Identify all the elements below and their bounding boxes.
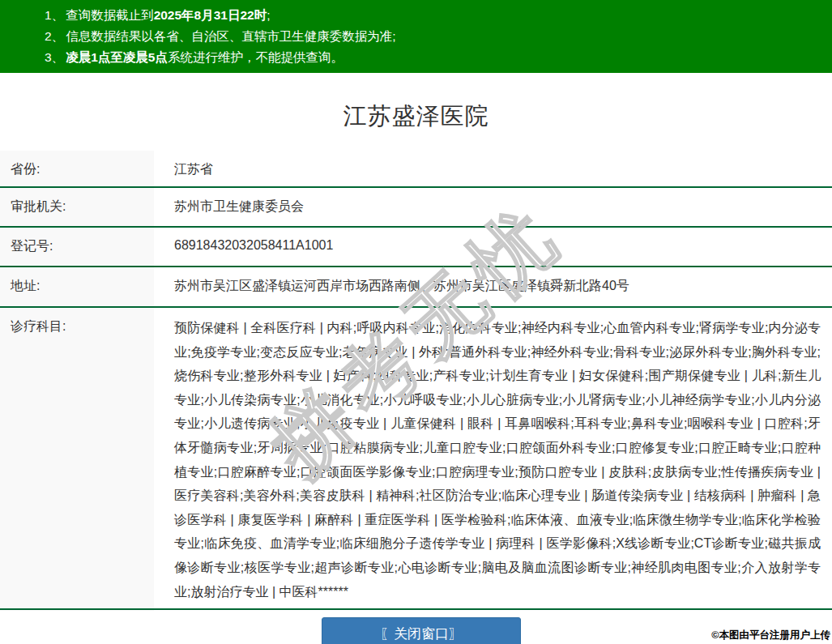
table-row-approval-authority: 审批机关: 苏州市卫生健康委员会 [0,188,832,228]
notice-text-bold: 凌晨1点至凌晨5点 [66,50,168,64]
table-row-registration-number: 登记号: 68918432032058411A1001 [0,228,832,267]
row-label: 省份: [0,151,154,186]
row-label: 登记号: [0,228,154,266]
notice-line-number: 2、 [45,29,64,43]
notice-line-number: 1、 [45,8,64,22]
notice-line-1: 1、查询数据截止到2025年8月31日22时; [45,5,832,26]
notice-text: ; [267,8,270,22]
row-value: 预防保健科 | 全科医疗科 | 内科;呼吸内科专业;消化内科专业;神经内科专业;… [154,308,832,608]
footer-bar: 〖关闭窗口〗 ©本图由平台注册用户上传 [0,611,832,644]
row-value: 江苏省 [154,151,832,186]
hospital-info-table: 省份: 江苏省 审批机关: 苏州市卫生健康委员会 登记号: 6891843203… [0,151,832,644]
notice-text: 查询数据截止到 [66,8,154,22]
notice-text: 系统进行维护，不能提供查询。 [168,50,343,64]
notice-line-3: 3、凌晨1点至凌晨5点系统进行维护，不能提供查询。 [45,47,832,68]
notice-banner: 1、查询数据截止到2025年8月31日22时; 2、信息数据结果以各省、自治区、… [0,0,832,73]
hospital-name-title: 江苏盛泽医院 [0,100,832,133]
row-value: 苏州市吴江区盛泽镇运河西岸市场西路南侧、苏州市吴江区盛泽镇舜新北路40号 [154,267,832,306]
notice-text: 信息数据结果以各省、自治区、直辖市卫生健康委数据为准; [66,29,395,43]
row-label: 诊疗科目: [0,308,154,608]
query-result-page: 1、查询数据截止到2025年8月31日22时; 2、信息数据结果以各省、自治区、… [0,0,832,644]
table-row-province: 省份: 江苏省 [0,151,832,188]
notice-text-bold: 2025年8月31日22时 [154,8,267,22]
row-value: 苏州市卫生健康委员会 [154,188,832,226]
row-label: 地址: [0,267,154,306]
row-label: 审批机关: [0,188,154,226]
uploader-copyright-watermark: ©本图由平台注册用户上传 [711,629,830,642]
table-row-address: 地址: 苏州市吴江区盛泽镇运河西岸市场西路南侧、苏州市吴江区盛泽镇舜新北路40号 [0,267,832,308]
row-value: 68918432032058411A1001 [154,228,832,266]
close-window-button[interactable]: 〖关闭窗口〗 [322,617,521,644]
notice-line-2: 2、信息数据结果以各省、自治区、直辖市卫生健康委数据为准; [45,26,832,47]
table-row-treatment-subjects: 诊疗科目: 预防保健科 | 全科医疗科 | 内科;呼吸内科专业;消化内科专业;神… [0,308,832,610]
notice-line-number: 3、 [45,50,64,64]
